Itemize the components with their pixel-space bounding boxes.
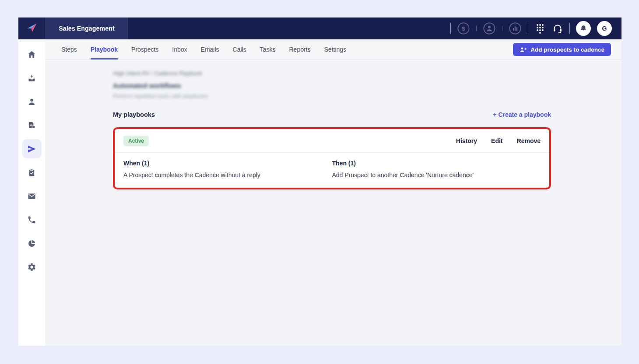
desktop-background: Sales Engagement $ (0, 0, 639, 364)
sidebar-item-inbox-import[interactable] (22, 68, 42, 88)
topbar-actions: $ (450, 18, 621, 39)
envelope-icon (27, 192, 36, 201)
user-avatar[interactable]: G (597, 21, 612, 36)
home-icon (27, 50, 36, 59)
tab-inbox[interactable]: Inbox (172, 39, 187, 60)
then-label: Then (1) (332, 160, 541, 167)
tab-prospects[interactable]: Prospects (131, 39, 158, 60)
clipboard-check-icon (27, 168, 36, 177)
tab-steps[interactable]: Steps (61, 39, 77, 60)
then-column: Then (1) Add Prospect to another Cadence… (332, 160, 541, 178)
main-area: Steps Playbook Prospects Inbox Emails Ca… (45, 39, 621, 346)
person-icon (27, 97, 36, 106)
divider (528, 23, 528, 34)
page-subtitle: Perform repetitive tasks with playbooks (113, 93, 551, 99)
edit-button[interactable]: Edit (491, 137, 502, 144)
tab-tasks[interactable]: Tasks (260, 39, 276, 60)
inbox-import-icon (27, 74, 36, 83)
account-icon[interactable] (483, 22, 496, 35)
tab-calls[interactable]: Calls (233, 39, 246, 60)
currency-icon[interactable]: $ (457, 22, 470, 35)
app-title[interactable]: Sales Engagement (45, 18, 128, 39)
tab-settings[interactable]: Settings (324, 39, 347, 60)
pie-chart-icon (27, 239, 36, 248)
sidebar-item-emails[interactable] (22, 186, 42, 206)
playbooks-section-header: My playbooks + Create a playbook (113, 111, 551, 118)
svg-text:$: $ (462, 25, 465, 32)
paper-plane-logo-icon (26, 21, 38, 35)
sidebar-item-prospects[interactable] (22, 92, 42, 111)
divider (476, 26, 477, 31)
tab-emails[interactable]: Emails (201, 39, 219, 60)
tab-playbook[interactable]: Playbook (91, 39, 118, 60)
sidebar-item-calls[interactable] (22, 210, 42, 229)
dialpad-icon[interactable] (534, 23, 546, 34)
app-logo[interactable] (18, 18, 45, 39)
notifications-bell-button[interactable] (576, 21, 591, 36)
app-body: Steps Playbook Prospects Inbox Emails Ca… (18, 39, 621, 346)
section-title: My playbooks (113, 111, 155, 118)
playbook-card-actions: History Edit Remove (456, 137, 541, 144)
then-value: Add Prospect to another Cadence 'Nurture… (332, 172, 541, 178)
page-title: Automated workflows (113, 82, 551, 89)
breadcrumb: High Intent RV / Cadence Playbook (113, 70, 551, 77)
document-icon (27, 121, 36, 130)
history-button[interactable]: History (456, 137, 477, 144)
playbook-card-highlighted: Active History Edit Remove When (1) (113, 127, 551, 189)
divider (569, 23, 570, 34)
playbook-card-header: Active History Edit Remove (115, 129, 549, 152)
bell-icon (579, 24, 587, 32)
app-window: Sales Engagement $ (18, 18, 621, 346)
tab-reports[interactable]: Reports (289, 39, 311, 60)
paper-plane-icon (27, 144, 36, 154)
phone-icon (27, 215, 36, 224)
person-plus-icon (520, 46, 527, 52)
playbook-card-rules: When (1) A Prospect completes the Cadenc… (115, 153, 549, 188)
top-bar: Sales Engagement $ (18, 18, 621, 39)
when-label: When (1) (123, 160, 332, 167)
sidebar-item-cadences[interactable] (22, 139, 42, 158)
divider (502, 26, 502, 31)
divider (450, 23, 451, 34)
gear-icon (27, 262, 36, 272)
left-sidebar (18, 39, 45, 346)
page-content: High Intent RV / Cadence Playbook Automa… (45, 60, 621, 346)
analytics-icon[interactable] (509, 22, 522, 35)
add-prospects-label: Add prospects to cadence (530, 46, 604, 53)
sidebar-item-templates[interactable] (22, 116, 42, 135)
headset-icon[interactable] (552, 23, 563, 34)
remove-button[interactable]: Remove (517, 137, 541, 144)
sidebar-item-home[interactable] (22, 45, 42, 64)
sidebar-item-settings[interactable] (22, 257, 42, 276)
tab-bar: Steps Playbook Prospects Inbox Emails Ca… (45, 39, 621, 60)
create-playbook-link[interactable]: + Create a playbook (493, 111, 551, 118)
status-badge: Active (123, 136, 149, 146)
when-column: When (1) A Prospect completes the Cadenc… (123, 160, 332, 178)
add-prospects-button[interactable]: Add prospects to cadence (513, 43, 611, 56)
sidebar-item-tasks[interactable] (22, 163, 42, 182)
sidebar-item-reports[interactable] (22, 234, 42, 253)
when-value: A Prospect completes the Cadence without… (123, 172, 332, 178)
